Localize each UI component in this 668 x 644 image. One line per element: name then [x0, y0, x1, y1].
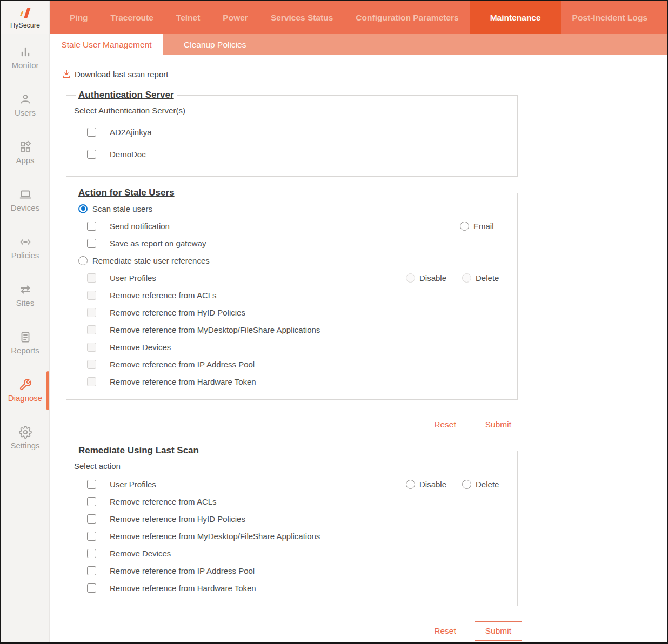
user-profiles-checkbox[interactable]	[87, 480, 96, 489]
sidebar-item-policies[interactable]: Policies	[1, 224, 49, 272]
save-report-checkbox[interactable]	[87, 239, 96, 248]
checkbox-label: Remove reference from IP Address Pool	[110, 566, 255, 575]
download-icon	[62, 69, 71, 79]
hysecure-logo-icon	[16, 6, 35, 21]
remove-acls-row: Remove reference from ACLs	[87, 495, 506, 507]
checkbox-label: Save as report on gateway	[110, 239, 206, 248]
sidebar-item-reports[interactable]: Reports	[1, 319, 49, 367]
radio-label: Delete	[476, 273, 499, 283]
checkbox-label: Remove reference from MyDesktop/FileShar…	[110, 325, 320, 334]
document-icon	[19, 331, 32, 344]
authentication-server-panel: Authentication Server Select Authenticat…	[66, 90, 518, 177]
user-icon	[19, 93, 32, 106]
remove-mydesktop-row: Remove reference from MyDesktop/FileShar…	[87, 324, 506, 336]
action-for-stale-users-panel: Action for Stale Users Scan stale users …	[66, 187, 518, 400]
delete-radio[interactable]	[462, 480, 471, 489]
top-navigation: Ping Traceroute Telnet Power Services St…	[50, 1, 667, 34]
checkbox-label: Remove Devices	[110, 343, 171, 352]
remove-hyid-policies-checkbox	[87, 308, 96, 317]
sidebar-item-label: Users	[15, 108, 36, 117]
server-row: AD2Ajinkya	[87, 126, 506, 138]
sidebar-item-label: Monitor	[11, 61, 38, 70]
reset-button[interactable]: Reset	[431, 626, 459, 636]
submit-button[interactable]: Submit	[475, 415, 522, 434]
sidebar-item-label: Policies	[11, 251, 39, 260]
delete-radio	[462, 273, 471, 283]
checkbox-label: Remove reference from HyID Policies	[110, 308, 245, 317]
remove-hardware-token-checkbox[interactable]	[87, 583, 96, 593]
nav-item-traceroute[interactable]: Traceroute	[99, 1, 165, 34]
sidebar-item-settings[interactable]: Settings	[1, 414, 49, 462]
send-notification-checkbox[interactable]	[87, 222, 96, 231]
remove-devices-checkbox[interactable]	[87, 549, 96, 558]
sidebar-item-label: Reports	[11, 346, 39, 355]
remove-devices-checkbox	[87, 343, 96, 352]
sub-tab-bar: Stale User Management Cleanup Policies	[50, 34, 667, 55]
checkbox-label: Remove reference from Hardware Token	[110, 377, 256, 386]
user-profiles-row: User Profiles Disable Delete	[87, 272, 506, 284]
nav-item-services-status[interactable]: Services Status	[259, 1, 344, 34]
sidebar: HySecure Monitor Users Apps	[1, 1, 50, 642]
server-label: DemoDoc	[110, 150, 146, 159]
nav-item-configuration-parameters[interactable]: Configuration Parameters	[344, 1, 470, 34]
remediate-references-row: Remediate stale user references	[78, 254, 506, 266]
radio-label: Delete	[476, 480, 499, 489]
remediate-using-last-scan-panel: Remediate Using Last Scan Select action …	[66, 445, 518, 606]
email-radio[interactable]	[460, 222, 469, 231]
tab-stale-user-management[interactable]: Stale User Management	[50, 34, 163, 55]
remove-hyid-policies-checkbox[interactable]	[87, 514, 96, 524]
server-checkbox[interactable]	[87, 150, 96, 159]
checkbox-label: User Profiles	[110, 480, 156, 489]
nav-item-ping[interactable]: Ping	[58, 1, 99, 34]
sidebar-item-sites[interactable]: Sites	[1, 272, 49, 319]
tab-cleanup-policies[interactable]: Cleanup Policies	[163, 34, 266, 55]
sidebar-item-label: Apps	[16, 156, 34, 165]
remediate-references-radio[interactable]	[78, 256, 88, 265]
checkbox-label: Remove reference from IP Address Pool	[110, 360, 255, 369]
download-link-label: Download last scan report	[75, 70, 168, 79]
remove-acls-checkbox[interactable]	[87, 497, 96, 506]
delete-option: Delete	[462, 480, 499, 489]
app-window: HySecure Monitor Users Apps	[0, 0, 668, 644]
submit-button[interactable]: Submit	[475, 621, 522, 641]
sidebar-item-devices[interactable]: Devices	[1, 177, 49, 224]
checkbox-label: Remove reference from HyID Policies	[110, 514, 245, 524]
transfer-arrows-icon	[19, 283, 32, 296]
remove-hyid-policies-row: Remove reference from HyID Policies	[87, 306, 506, 318]
remove-ip-pool-row: Remove reference from IP Address Pool	[87, 565, 506, 576]
radio-label: Disable	[419, 273, 446, 283]
remove-devices-row: Remove Devices	[87, 547, 506, 559]
checkbox-label: User Profiles	[110, 273, 156, 283]
sidebar-item-label: Devices	[11, 203, 39, 212]
nav-item-power[interactable]: Power	[211, 1, 259, 34]
remove-ip-pool-checkbox[interactable]	[87, 566, 96, 575]
remove-acls-checkbox	[87, 291, 96, 300]
save-report-row: Save as report on gateway	[87, 237, 506, 249]
sidebar-item-monitor[interactable]: Monitor	[1, 34, 49, 82]
remove-hardware-token-row: Remove reference from Hardware Token	[87, 582, 506, 594]
sidebar-item-apps[interactable]: Apps	[1, 129, 49, 177]
nav-item-telnet[interactable]: Telnet	[165, 1, 212, 34]
download-last-scan-report-link[interactable]: Download last scan report	[62, 69, 168, 79]
remove-mydesktop-checkbox[interactable]	[87, 532, 96, 541]
last-scan-form-actions: Reset Submit	[66, 621, 522, 641]
section-title: Action for Stale Users	[76, 187, 177, 198]
nav-item-post-incident-logs[interactable]: Post-Incident Logs	[561, 1, 659, 34]
wrench-icon	[19, 378, 32, 391]
sidebar-item-users[interactable]: Users	[1, 82, 49, 129]
server-checkbox[interactable]	[87, 128, 96, 137]
main-column: Ping Traceroute Telnet Power Services St…	[50, 1, 667, 642]
code-icon	[19, 236, 32, 249]
server-label: AD2Ajinkya	[110, 128, 152, 137]
radio-label: Email	[473, 222, 494, 231]
remove-ip-pool-row: Remove reference from IP Address Pool	[87, 358, 506, 370]
section-subtitle: Select Authentication Server(s)	[74, 106, 506, 115]
sidebar-item-label: Diagnose	[8, 393, 42, 403]
sidebar-item-diagnose[interactable]: Diagnose	[1, 367, 49, 414]
scan-stale-users-radio[interactable]	[78, 204, 88, 213]
disable-radio[interactable]	[406, 480, 415, 489]
remove-hardware-token-row: Remove reference from Hardware Token	[87, 375, 506, 387]
nav-item-maintenance[interactable]: Maintenance	[470, 1, 561, 34]
section-title: Authentication Server	[76, 90, 177, 100]
reset-button[interactable]: Reset	[431, 419, 459, 430]
